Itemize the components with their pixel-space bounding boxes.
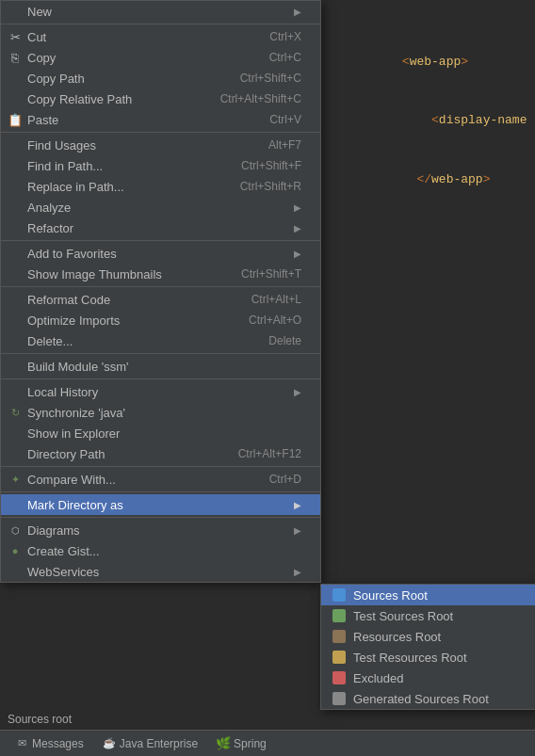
submenu-item-sources-root[interactable]: Sources Root (321, 585, 535, 605)
menu-item-show-image[interactable]: Show Image Thumbnails Ctrl+Shift+T (1, 264, 320, 284)
sources-root-icon (332, 588, 346, 602)
test-sources-root-icon (332, 609, 346, 622)
menu-item-add-favorites[interactable]: Add to Favorites (1, 243, 320, 264)
menu-item-compare-with[interactable]: ✦ Compare With... Ctrl+D (1, 469, 320, 490)
submenu-item-generated-sources-root[interactable]: Generated Sources Root (321, 688, 535, 709)
separator-8 (1, 491, 320, 492)
menu-item-diagrams[interactable]: ⬡ Diagrams (1, 520, 320, 540)
separator-3 (1, 240, 320, 241)
menu-item-analyze[interactable]: Analyze (1, 197, 320, 217)
menu-item-local-history[interactable]: Local History (1, 381, 320, 402)
copy-icon: ⎘ (7, 51, 24, 65)
menu-item-find-in-path[interactable]: Find in Path... Ctrl+Shift+F (1, 155, 320, 176)
separator-6 (1, 378, 320, 379)
submenu-item-test-sources-root[interactable]: Test Sources Root (321, 605, 535, 626)
menu-item-replace-in-path[interactable]: Replace in Path... Ctrl+Shift+R (1, 176, 320, 197)
separator-1 (1, 24, 320, 24)
status-tab-java-enterprise[interactable]: ☕ Java Enterprise (95, 735, 205, 752)
menu-item-optimize[interactable]: Optimize Imports Ctrl+Alt+O (1, 310, 320, 330)
menu-item-new[interactable]: New (1, 1, 320, 22)
menu-item-delete[interactable]: Delete... Delete (1, 330, 320, 351)
menu-item-copy-relative-path[interactable]: Copy Relative Path Ctrl+Alt+Shift+C (1, 88, 320, 109)
menu-item-cut[interactable]: ✂ Cut Ctrl+X (1, 26, 320, 47)
separator-4 (1, 286, 320, 287)
sync-icon: ↻ (7, 407, 24, 419)
status-tab-messages[interactable]: ✉ Messages (8, 735, 91, 752)
test-resources-root-icon (332, 651, 346, 664)
status-tab-spring[interactable]: 🌿 Spring (209, 735, 274, 752)
excluded-icon (332, 671, 346, 684)
status-bar: ✉ Messages ☕ Java Enterprise 🌿 Spring (0, 730, 535, 756)
submenu-item-excluded[interactable]: Excluded (321, 668, 535, 688)
menu-item-paste[interactable]: 📋 Paste Ctrl+V (1, 109, 320, 130)
paste-icon: 📋 (7, 113, 24, 127)
submenu-item-test-resources-root[interactable]: Test Resources Root (321, 647, 535, 668)
menu-item-reformat[interactable]: Reformat Code Ctrl+Alt+L (1, 289, 320, 310)
menu-item-copy-path[interactable]: Copy Path Ctrl+Shift+C (1, 68, 320, 88)
java-enterprise-icon: ☕ (103, 737, 116, 750)
menu-item-show-explorer[interactable]: Show in Explorer (1, 423, 320, 443)
context-menu: New ✂ Cut Ctrl+X ⎘ Copy Ctrl+C Copy Path… (0, 0, 321, 583)
messages-icon: ✉ (15, 737, 28, 750)
menu-item-webservices[interactable]: WebServices (1, 561, 320, 582)
menu-item-synchronize[interactable]: ↻ Synchronize 'java' (1, 402, 320, 423)
separator-5 (1, 353, 320, 354)
separator-9 (1, 517, 320, 518)
scissors-icon: ✂ (7, 30, 24, 44)
spring-icon: 🌿 (217, 737, 230, 750)
menu-item-copy[interactable]: ⎘ Copy Ctrl+C (1, 47, 320, 68)
menu-item-refactor[interactable]: Refactor (1, 217, 320, 238)
separator-2 (1, 132, 320, 133)
generated-sources-root-icon (332, 692, 346, 705)
menu-item-create-gist[interactable]: ● Create Gist... (1, 540, 320, 561)
resources-root-icon (332, 630, 346, 643)
sources-root-text: Sources root (0, 711, 79, 728)
diagrams-icon: ⬡ (7, 525, 24, 536)
compare-icon: ✦ (7, 474, 24, 486)
separator-7 (1, 466, 320, 467)
code-line-1: <web-app> (358, 33, 516, 91)
code-line-3: </web-app> (358, 151, 516, 209)
submenu-item-resources-root[interactable]: Resources Root (321, 626, 535, 647)
gist-icon: ● (7, 545, 24, 556)
menu-item-mark-directory[interactable]: Mark Directory as (1, 494, 320, 515)
menu-item-build-module[interactable]: Build Module 'ssm' (1, 356, 320, 377)
menu-item-find-usages[interactable]: Find Usages Alt+F7 (1, 135, 320, 155)
code-line-2: <display-name (358, 91, 516, 150)
mark-directory-submenu: Sources Root Test Sources Root Resources… (320, 584, 535, 710)
menu-item-directory-path[interactable]: Directory Path Ctrl+Alt+F12 (1, 443, 320, 464)
